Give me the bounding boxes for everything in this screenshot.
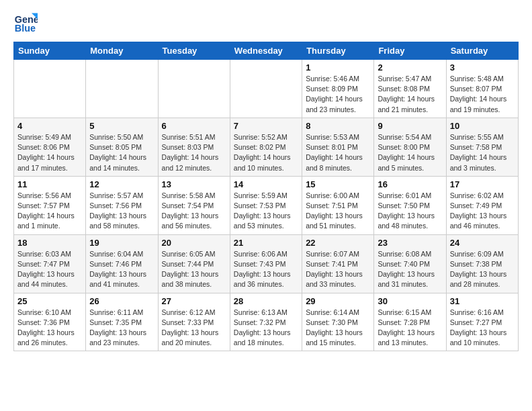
calendar-cell: 23Sunrise: 6:08 AM Sunset: 7:40 PM Dayli… [374,234,446,293]
day-number: 15 [306,179,370,189]
day-info: Sunrise: 6:14 AM Sunset: 7:30 PM Dayligh… [306,308,370,349]
calendar-cell: 8Sunrise: 5:53 AM Sunset: 8:01 PM Daylig… [302,118,374,176]
calendar-cell: 14Sunrise: 5:59 AM Sunset: 7:53 PM Dayli… [230,176,302,234]
day-info: Sunrise: 6:01 AM Sunset: 7:50 PM Dayligh… [378,191,442,232]
calendar-cell: 25Sunrise: 6:10 AM Sunset: 7:36 PM Dayli… [14,293,86,351]
weekday-header-wednesday: Wednesday [230,42,302,60]
calendar-cell: 31Sunrise: 6:16 AM Sunset: 7:27 PM Dayli… [446,293,518,351]
calendar-cell: 26Sunrise: 6:11 AM Sunset: 7:35 PM Dayli… [86,293,158,351]
day-number: 20 [162,238,226,248]
calendar-cell [14,60,86,118]
week-row-3: 11Sunrise: 5:56 AM Sunset: 7:57 PM Dayli… [14,176,519,234]
day-number: 27 [162,296,226,306]
weekday-header-friday: Friday [374,42,446,60]
day-info: Sunrise: 6:10 AM Sunset: 7:36 PM Dayligh… [17,308,82,349]
day-number: 6 [162,121,226,131]
calendar-cell: 27Sunrise: 6:12 AM Sunset: 7:33 PM Dayli… [158,293,230,351]
day-number: 14 [234,179,298,189]
day-info: Sunrise: 5:47 AM Sunset: 8:08 PM Dayligh… [378,74,442,115]
day-info: Sunrise: 6:03 AM Sunset: 7:47 PM Dayligh… [17,249,82,290]
day-number: 11 [17,179,82,189]
week-row-2: 4Sunrise: 5:49 AM Sunset: 8:06 PM Daylig… [14,118,519,176]
day-info: Sunrise: 6:13 AM Sunset: 7:32 PM Dayligh… [234,308,298,349]
week-row-4: 18Sunrise: 6:03 AM Sunset: 7:47 PM Dayli… [14,234,519,293]
day-info: Sunrise: 5:53 AM Sunset: 8:01 PM Dayligh… [306,132,370,173]
calendar-cell: 11Sunrise: 5:56 AM Sunset: 7:57 PM Dayli… [14,176,86,234]
day-number: 28 [234,296,298,306]
day-number: 10 [450,121,515,131]
day-number: 22 [306,238,370,248]
calendar-cell: 18Sunrise: 6:03 AM Sunset: 7:47 PM Dayli… [14,234,86,293]
calendar-cell: 24Sunrise: 6:09 AM Sunset: 7:38 PM Dayli… [446,234,518,293]
day-info: Sunrise: 5:59 AM Sunset: 7:53 PM Dayligh… [234,191,298,232]
day-info: Sunrise: 6:02 AM Sunset: 7:49 PM Dayligh… [450,191,515,232]
calendar-cell [230,60,302,118]
page-header: General Blue [13,11,519,35]
weekday-header-monday: Monday [86,42,158,60]
day-number: 13 [162,179,226,189]
day-number: 9 [378,121,442,131]
day-info: Sunrise: 6:06 AM Sunset: 7:43 PM Dayligh… [234,249,298,290]
calendar-cell: 5Sunrise: 5:50 AM Sunset: 8:05 PM Daylig… [86,118,158,176]
week-row-1: 1Sunrise: 5:46 AM Sunset: 8:09 PM Daylig… [14,60,519,118]
day-info: Sunrise: 6:11 AM Sunset: 7:35 PM Dayligh… [89,308,154,349]
calendar-cell [158,60,230,118]
day-number: 21 [234,238,298,248]
day-number: 18 [17,238,82,248]
svg-text:Blue: Blue [15,23,36,34]
day-info: Sunrise: 5:51 AM Sunset: 8:03 PM Dayligh… [162,132,226,173]
calendar-cell: 22Sunrise: 6:07 AM Sunset: 7:41 PM Dayli… [302,234,374,293]
calendar-cell: 17Sunrise: 6:02 AM Sunset: 7:49 PM Dayli… [446,176,518,234]
day-number: 29 [306,296,370,306]
calendar-cell: 6Sunrise: 5:51 AM Sunset: 8:03 PM Daylig… [158,118,230,176]
calendar-cell: 21Sunrise: 6:06 AM Sunset: 7:43 PM Dayli… [230,234,302,293]
day-number: 5 [89,121,154,131]
day-info: Sunrise: 6:07 AM Sunset: 7:41 PM Dayligh… [306,249,370,290]
day-info: Sunrise: 6:08 AM Sunset: 7:40 PM Dayligh… [378,249,442,290]
day-number: 31 [450,296,515,306]
day-info: Sunrise: 5:56 AM Sunset: 7:57 PM Dayligh… [17,191,82,232]
day-number: 7 [234,121,298,131]
day-info: Sunrise: 6:04 AM Sunset: 7:46 PM Dayligh… [89,249,154,290]
day-number: 24 [450,238,515,248]
calendar-cell: 16Sunrise: 6:01 AM Sunset: 7:50 PM Dayli… [374,176,446,234]
day-info: Sunrise: 6:15 AM Sunset: 7:28 PM Dayligh… [378,308,442,349]
week-row-5: 25Sunrise: 6:10 AM Sunset: 7:36 PM Dayli… [14,293,519,351]
day-info: Sunrise: 6:05 AM Sunset: 7:44 PM Dayligh… [162,249,226,290]
day-info: Sunrise: 5:46 AM Sunset: 8:09 PM Dayligh… [306,74,370,115]
calendar-cell: 30Sunrise: 6:15 AM Sunset: 7:28 PM Dayli… [374,293,446,351]
day-number: 4 [17,121,82,131]
day-number: 19 [89,238,154,248]
weekday-header-saturday: Saturday [446,42,518,60]
calendar-cell: 15Sunrise: 6:00 AM Sunset: 7:51 PM Dayli… [302,176,374,234]
calendar-cell: 7Sunrise: 5:52 AM Sunset: 8:02 PM Daylig… [230,118,302,176]
calendar-table: SundayMondayTuesdayWednesdayThursdayFrid… [13,42,519,351]
day-number: 1 [306,62,370,73]
day-info: Sunrise: 5:54 AM Sunset: 8:00 PM Dayligh… [378,132,442,173]
calendar-cell: 1Sunrise: 5:46 AM Sunset: 8:09 PM Daylig… [302,60,374,118]
day-number: 23 [378,238,442,248]
day-number: 25 [17,296,82,306]
calendar-cell: 12Sunrise: 5:57 AM Sunset: 7:56 PM Dayli… [86,176,158,234]
weekday-header-sunday: Sunday [14,42,86,60]
day-info: Sunrise: 5:50 AM Sunset: 8:05 PM Dayligh… [89,132,154,173]
day-info: Sunrise: 6:00 AM Sunset: 7:51 PM Dayligh… [306,191,370,232]
calendar-cell: 20Sunrise: 6:05 AM Sunset: 7:44 PM Dayli… [158,234,230,293]
day-info: Sunrise: 5:49 AM Sunset: 8:06 PM Dayligh… [17,132,82,173]
calendar-cell [86,60,158,118]
day-info: Sunrise: 5:57 AM Sunset: 7:56 PM Dayligh… [89,191,154,232]
day-info: Sunrise: 5:48 AM Sunset: 8:07 PM Dayligh… [450,74,515,115]
day-info: Sunrise: 6:12 AM Sunset: 7:33 PM Dayligh… [162,308,226,349]
day-info: Sunrise: 5:52 AM Sunset: 8:02 PM Dayligh… [234,132,298,173]
calendar-cell: 19Sunrise: 6:04 AM Sunset: 7:46 PM Dayli… [86,234,158,293]
day-number: 3 [450,62,515,73]
calendar-cell: 2Sunrise: 5:47 AM Sunset: 8:08 PM Daylig… [374,60,446,118]
calendar-cell: 3Sunrise: 5:48 AM Sunset: 8:07 PM Daylig… [446,60,518,118]
day-number: 2 [378,62,442,73]
day-info: Sunrise: 6:09 AM Sunset: 7:38 PM Dayligh… [450,249,515,290]
weekday-header-thursday: Thursday [302,42,374,60]
calendar-cell: 13Sunrise: 5:58 AM Sunset: 7:54 PM Dayli… [158,176,230,234]
calendar-cell: 10Sunrise: 5:55 AM Sunset: 7:58 PM Dayli… [446,118,518,176]
day-info: Sunrise: 6:16 AM Sunset: 7:27 PM Dayligh… [450,308,515,349]
calendar-cell: 29Sunrise: 6:14 AM Sunset: 7:30 PM Dayli… [302,293,374,351]
